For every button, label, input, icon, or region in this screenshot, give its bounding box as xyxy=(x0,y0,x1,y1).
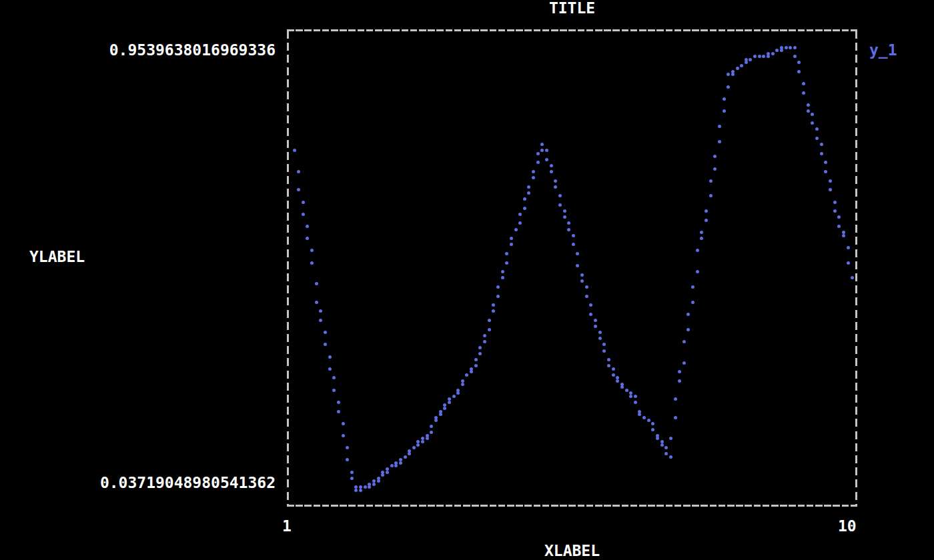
data-point xyxy=(350,477,354,480)
data-point xyxy=(651,422,654,425)
data-point xyxy=(736,67,739,70)
data-point xyxy=(368,483,371,486)
data-point xyxy=(381,473,384,477)
data-point xyxy=(598,331,602,334)
data-point xyxy=(638,413,641,416)
data-point xyxy=(545,149,548,152)
data-point xyxy=(346,458,349,461)
data-point xyxy=(634,401,637,404)
plot-points-layer xyxy=(0,0,934,560)
data-point xyxy=(510,237,513,240)
data-point xyxy=(563,209,566,213)
data-point xyxy=(496,285,500,289)
data-point xyxy=(328,367,332,371)
data-point xyxy=(727,85,730,89)
data-point xyxy=(594,325,597,328)
data-point xyxy=(386,467,389,471)
data-point xyxy=(612,373,615,377)
data-point xyxy=(829,179,832,183)
data-point xyxy=(359,485,362,489)
data-point xyxy=(518,221,522,225)
data-point xyxy=(386,471,389,474)
data-point xyxy=(532,176,535,179)
data-point xyxy=(461,379,464,383)
data-point xyxy=(731,73,735,76)
data-point xyxy=(709,194,713,197)
data-point xyxy=(833,209,837,213)
data-point xyxy=(572,243,575,246)
data-point xyxy=(536,161,540,164)
data-point xyxy=(802,91,805,95)
data-point xyxy=(399,458,402,461)
data-point xyxy=(669,437,672,440)
data-point xyxy=(377,477,380,480)
data-point xyxy=(540,149,544,152)
data-point xyxy=(762,55,765,58)
data-point xyxy=(501,276,504,279)
data-point xyxy=(416,440,420,443)
data-point xyxy=(664,446,668,449)
data-point xyxy=(412,446,416,449)
data-point xyxy=(745,61,748,64)
data-point xyxy=(682,340,686,343)
data-point xyxy=(523,207,526,210)
data-point xyxy=(797,70,801,73)
data-point xyxy=(558,203,562,207)
data-point xyxy=(598,337,602,340)
data-point xyxy=(833,201,837,204)
data-point xyxy=(483,340,486,343)
data-point xyxy=(306,225,309,228)
data-point xyxy=(456,389,460,392)
data-point xyxy=(523,197,526,201)
data-point xyxy=(691,285,694,289)
data-point xyxy=(505,252,508,255)
data-point xyxy=(678,370,681,373)
data-point xyxy=(793,46,797,49)
data-point xyxy=(416,443,420,447)
data-point xyxy=(713,167,717,171)
data-point xyxy=(337,401,340,404)
data-point xyxy=(656,437,659,440)
data-point xyxy=(443,407,446,410)
data-point xyxy=(421,437,424,440)
data-point xyxy=(496,295,500,298)
data-point xyxy=(696,270,699,273)
data-point xyxy=(837,225,841,228)
data-point xyxy=(829,188,832,191)
data-point xyxy=(664,452,668,455)
data-point xyxy=(342,434,345,437)
data-point xyxy=(678,379,681,383)
data-point xyxy=(651,428,654,431)
data-point xyxy=(669,455,672,459)
data-point xyxy=(488,319,491,322)
data-point xyxy=(332,376,336,379)
data-point xyxy=(315,301,318,304)
data-point xyxy=(332,389,336,392)
data-point xyxy=(408,452,411,455)
data-point xyxy=(767,52,770,55)
data-point xyxy=(474,358,478,361)
data-point xyxy=(510,243,513,246)
data-point xyxy=(324,331,327,334)
data-point xyxy=(399,461,402,465)
data-point xyxy=(691,301,694,304)
data-point xyxy=(709,179,713,183)
data-point xyxy=(465,373,468,377)
data-point xyxy=(488,328,491,331)
data-point xyxy=(328,355,332,359)
data-point xyxy=(337,410,340,413)
data-point xyxy=(642,416,646,419)
data-point xyxy=(585,295,588,298)
data-point xyxy=(682,361,686,365)
data-point xyxy=(727,73,730,76)
data-point xyxy=(740,64,743,67)
data-point xyxy=(372,483,376,486)
data-point xyxy=(780,46,783,49)
data-point xyxy=(594,319,597,322)
data-point xyxy=(837,215,841,219)
data-point xyxy=(536,152,540,155)
data-point xyxy=(554,179,557,183)
data-point xyxy=(368,485,371,489)
data-point xyxy=(686,328,690,331)
data-point xyxy=(807,109,810,113)
